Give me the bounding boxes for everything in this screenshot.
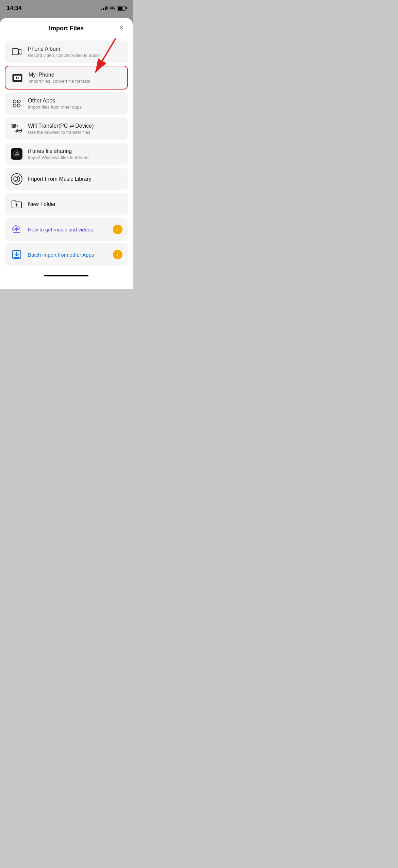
svg-point-22 <box>14 176 20 182</box>
import-wifi-transfer[interactable]: Wifi Transfer(PC ⇌ Device) Use the brows… <box>5 117 128 140</box>
svg-point-20 <box>15 154 17 156</box>
import-new-folder[interactable]: New Folder <box>5 193 128 215</box>
import-my-iphone[interactable]: My iPhone Import files, convert file for… <box>5 66 128 90</box>
music-library-text: Import From Music Library <box>28 176 122 182</box>
my-iphone-title: My iPhone <box>29 72 122 78</box>
sheet-close-button[interactable]: × <box>116 22 127 33</box>
svg-point-10 <box>13 104 16 107</box>
itunes-icon <box>10 147 23 160</box>
wifi-transfer-title: Wifi Transfer(PC ⇌ Device) <box>28 123 122 129</box>
other-apps-subtitle: Import files from other apps <box>28 105 122 110</box>
svg-point-21 <box>17 154 19 155</box>
svg-point-24 <box>17 179 18 181</box>
wifi-transfer-icon <box>10 122 23 135</box>
batch-import-arrow[interactable]: › <box>113 250 122 259</box>
import-how-to-music[interactable]: How to get music and videos › <box>5 218 128 241</box>
import-music-library[interactable]: Import From Music Library <box>5 168 128 190</box>
svg-point-6 <box>16 77 18 79</box>
import-phone-album[interactable]: Phone Album Record video, convert video … <box>5 41 128 63</box>
grid-icon <box>10 97 23 110</box>
batch-import-title: Batch import from other Apps <box>28 252 108 258</box>
import-itunes[interactable]: iTunes file sharing Import Windows files… <box>5 143 128 165</box>
how-to-music-arrow[interactable]: › <box>113 225 122 234</box>
other-apps-text: Other Apps Import files from other apps <box>28 98 122 110</box>
svg-rect-15 <box>18 130 21 131</box>
new-folder-text: New Folder <box>28 201 122 207</box>
other-apps-title: Other Apps <box>28 98 122 104</box>
sheet-header: Import Files × <box>0 18 133 37</box>
phone-album-text: Phone Album Record video, convert video … <box>28 46 122 58</box>
how-to-music-title: How to get music and videos <box>28 227 108 232</box>
itunes-text: iTunes file sharing Import Windows files… <box>28 148 122 160</box>
svg-marker-3 <box>18 49 21 54</box>
phone-album-title: Phone Album <box>28 46 122 52</box>
download-box-icon <box>10 248 23 261</box>
music-library-icon <box>10 173 23 186</box>
svg-point-8 <box>13 100 16 103</box>
new-folder-title: New Folder <box>28 201 122 207</box>
sheet-title: Import Files <box>49 25 84 32</box>
home-indicator <box>0 272 133 278</box>
wifi-transfer-subtitle: Use the browser to transfer files <box>28 130 122 135</box>
music-library-title: Import From Music Library <box>28 176 122 182</box>
video-camera-icon <box>10 45 23 58</box>
svg-point-9 <box>17 100 20 103</box>
import-other-apps[interactable]: Other Apps Import files from other apps <box>5 92 128 115</box>
home-bar <box>44 275 88 276</box>
svg-rect-2 <box>12 49 18 55</box>
svg-rect-13 <box>13 125 15 127</box>
svg-rect-7 <box>16 74 19 75</box>
my-iphone-subtitle: Import files, convert file formats <box>29 79 122 84</box>
iphone-folder-icon <box>11 71 24 84</box>
svg-point-11 <box>17 104 20 107</box>
folder-plus-icon <box>10 198 23 211</box>
itunes-subtitle: Import Windows files to iPhone <box>28 155 122 160</box>
import-batch[interactable]: Batch import from other Apps › <box>5 243 128 266</box>
phone-album-subtitle: Record video, convert video to audio <box>28 53 122 58</box>
itunes-title: iTunes file sharing <box>28 148 122 154</box>
import-sheet: Import Files × Phone Album Record video,… <box>0 18 133 289</box>
svg-point-23 <box>15 180 17 181</box>
my-iphone-text: My iPhone Import files, convert file for… <box>29 72 122 84</box>
import-list: Phone Album Record video, convert video … <box>0 37 133 272</box>
batch-import-text: Batch import from other Apps <box>28 252 108 258</box>
cloud-upload-icon <box>10 223 23 236</box>
how-to-music-text: How to get music and videos <box>28 227 108 232</box>
wifi-transfer-text: Wifi Transfer(PC ⇌ Device) Use the brows… <box>28 123 122 135</box>
